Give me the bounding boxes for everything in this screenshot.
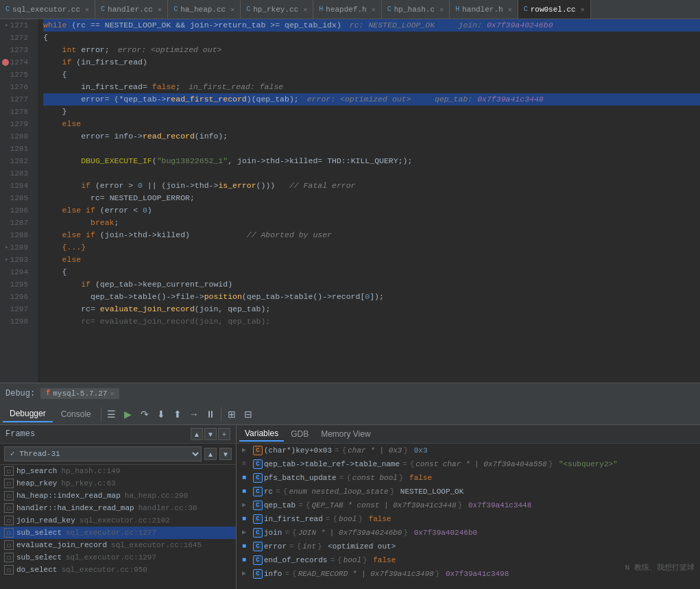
tab-ha-heap[interactable]: C ha_heap.cc ✕: [168, 0, 241, 19]
var-item-rc[interactable]: ■ C rc = { enum nested_loop_state } NEST…: [237, 485, 700, 498]
var-item-qep-tab[interactable]: ▶ C qep_tab = { QEP_TAB * const | 0x7f39…: [237, 498, 700, 512]
frame-add-button[interactable]: +: [218, 428, 230, 440]
frame-item-sub-select-1277[interactable]: □ sub_select sql_executor.cc:1277: [0, 527, 236, 539]
frame-item-do-select[interactable]: □ do_select sql_executor.cc:950: [0, 564, 236, 576]
tab-variables[interactable]: Variables: [239, 426, 284, 442]
frame-item-heap-rkey[interactable]: □ heap_rkey hp_rkey.c:63: [0, 477, 236, 490]
var-item-join[interactable]: ▶ C join = { JOIN * | 0x7f39a40246b0 } 0…: [237, 526, 700, 540]
tab-handler-h[interactable]: H handler.h ✕: [450, 0, 518, 19]
thread-down-button[interactable]: ▼: [219, 448, 232, 460]
tab-label: ha_heap.cc: [180, 5, 226, 14]
tab-console[interactable]: Console: [54, 407, 98, 422]
frame-item-join-read-key[interactable]: □ join_read_key sql_executor.cc:2102: [0, 514, 236, 527]
h-icon: H: [455, 5, 459, 13]
close-icon[interactable]: ✕: [372, 5, 376, 14]
frame-func: evaluate_join_record: [16, 541, 107, 549]
tab-heapdef[interactable]: H heapdef.h ✕: [313, 0, 381, 19]
var-item-in-first-read[interactable]: ■ C in_first_read = { bool } false: [237, 512, 700, 526]
close-icon[interactable]: ✕: [581, 5, 585, 14]
frame-item-ha-heap[interactable]: □ ha_heap::index_read_map ha_heap.cc:290: [0, 490, 236, 502]
line-num-1281: 1281: [0, 143, 32, 155]
debug-session-label: mysql-5.7.27: [53, 389, 107, 398]
step-over-button[interactable]: ↷: [137, 407, 152, 422]
frame-func: sub_select: [16, 529, 62, 537]
frame-func: ha_heap::index_read_map: [16, 492, 121, 500]
frame-file: sql_executor.cc:1645: [111, 541, 202, 549]
step-into-button[interactable]: ⬇: [154, 407, 169, 422]
line-num-1287: 1287: [0, 217, 32, 229]
h-icon: H: [319, 5, 323, 13]
line-num-1272: 1272: [0, 32, 32, 44]
thread-up-button[interactable]: ▲: [204, 448, 217, 460]
pause-program-button[interactable]: ⏸: [203, 407, 218, 422]
step-out-button[interactable]: ⬆: [170, 407, 185, 422]
tab-label: row0sel.cc: [531, 5, 576, 14]
expand-icon: ■: [242, 472, 252, 484]
code-line-1288: else if (join->thd->killed) // Aborted b…: [43, 229, 700, 241]
expand-icon: ≡: [242, 458, 252, 470]
var-item-table-name[interactable]: ≡ C qep_tab->table_ref->table_name = { c…: [237, 457, 700, 471]
close-icon[interactable]: ✕: [508, 5, 512, 14]
frame-item-sub-select-1297[interactable]: □ sub_select sql_executor.cc:1297: [0, 551, 236, 564]
thread-select[interactable]: ✓ Thread-31: [4, 446, 202, 461]
frames-list-button[interactable]: ☰: [104, 407, 119, 422]
frame-file: hp_rkey.c:63: [61, 479, 115, 488]
expand-icon: ■: [242, 485, 252, 498]
variables-toolbar: Variables GDB Memory View: [237, 425, 700, 444]
line-num-1276: 1276: [0, 81, 32, 93]
tab-debugger[interactable]: Debugger: [3, 406, 53, 422]
code-line-1289: {...}: [43, 241, 700, 254]
close-icon[interactable]: ✕: [303, 5, 307, 14]
expand-icon: ▶: [242, 499, 252, 512]
frame-item-handler-ha[interactable]: □ handler::ha_index_read_map handler.cc:…: [0, 502, 236, 514]
close-icon[interactable]: ✕: [85, 5, 89, 14]
tab-label: handler.h: [462, 5, 503, 14]
close-session-icon[interactable]: ✕: [110, 389, 114, 398]
frame-up-button[interactable]: ▲: [191, 428, 203, 440]
var-item-error[interactable]: ■ C error = { int } <optimized out>: [237, 540, 700, 553]
code-line-extra: rc= evaluate_join_record(join, qep_tab);: [43, 315, 700, 328]
memory-view-button[interactable]: ⊟: [241, 407, 256, 422]
line-numbers: ▸1271 1272 1273 1274 1275 1276 1277 1278…: [0, 19, 38, 383]
frame-icon: □: [4, 491, 14, 501]
code-line-1275: {: [43, 69, 700, 81]
frame-icon: □: [4, 503, 14, 513]
tab-memory-view[interactable]: Memory View: [315, 427, 376, 441]
tab-hp-rkey[interactable]: C hp_rkey.cc ✕: [241, 0, 313, 19]
resume-button[interactable]: ▶: [121, 407, 136, 422]
close-icon[interactable]: ✕: [230, 5, 234, 14]
code-line-1286: else if (error < 0): [43, 204, 700, 217]
mysql-icon: f: [46, 389, 50, 397]
cpp-icon: C: [101, 5, 105, 13]
tab-sql-executor[interactable]: C sql_executor.cc ✕: [0, 0, 95, 19]
frame-down-button[interactable]: ▼: [204, 428, 217, 440]
code-line-1271: while (rc == NESTED_LOOP_OK && join->ret…: [43, 19, 700, 32]
line-num-1271: ▸1271: [0, 19, 32, 32]
var-item-pfs-batch[interactable]: ■ C pfs_batch_update = { const bool } fa…: [237, 471, 700, 485]
line-num-1280: 1280: [0, 130, 32, 143]
frame-item-evaluate-join[interactable]: □ evaluate_join_record sql_executor.cc:1…: [0, 539, 236, 551]
frame-file: sql_executor.cc:2102: [80, 516, 170, 525]
frame-icon: □: [4, 565, 14, 575]
tab-handler-cc[interactable]: C handler.cc ✕: [95, 0, 168, 19]
tab-gdb[interactable]: GDB: [285, 427, 314, 441]
debug-session-tab[interactable]: f mysql-5.7.27 ✕: [40, 388, 119, 399]
run-to-cursor-button[interactable]: →: [186, 407, 202, 422]
tab-row0sel[interactable]: C row0sel.cc ✕: [518, 0, 591, 19]
tab-hp-hash[interactable]: C hp_hash.c ✕: [382, 0, 450, 19]
type-icon: C: [253, 569, 263, 579]
tab-label: hp_hash.c: [394, 5, 435, 14]
line-num-1288: 1288: [0, 229, 32, 241]
close-icon[interactable]: ✕: [158, 5, 162, 14]
frame-func: sub_select: [16, 553, 62, 562]
tab-label: hp_rkey.cc: [253, 5, 298, 14]
var-item-key[interactable]: ▶ C (char*)key+0x03 = { char * | 0x3 } 0…: [237, 444, 700, 457]
frame-icon: □: [4, 466, 14, 476]
evaluate-button[interactable]: ⊞: [224, 407, 239, 422]
expand-icon: ■: [242, 554, 252, 566]
code-line-1278: }: [43, 106, 700, 118]
debugger-toolbar: Debugger Console ☰ ▶ ↷ ⬇ ⬆ → ⏸ ⊞ ⊟: [0, 403, 700, 425]
frames-list[interactable]: □ hp_search hp_hash.c:149 □ heap_rkey hp…: [0, 465, 236, 589]
close-icon[interactable]: ✕: [439, 5, 444, 14]
frame-item-hp-search[interactable]: □ hp_search hp_hash.c:149: [0, 465, 236, 477]
